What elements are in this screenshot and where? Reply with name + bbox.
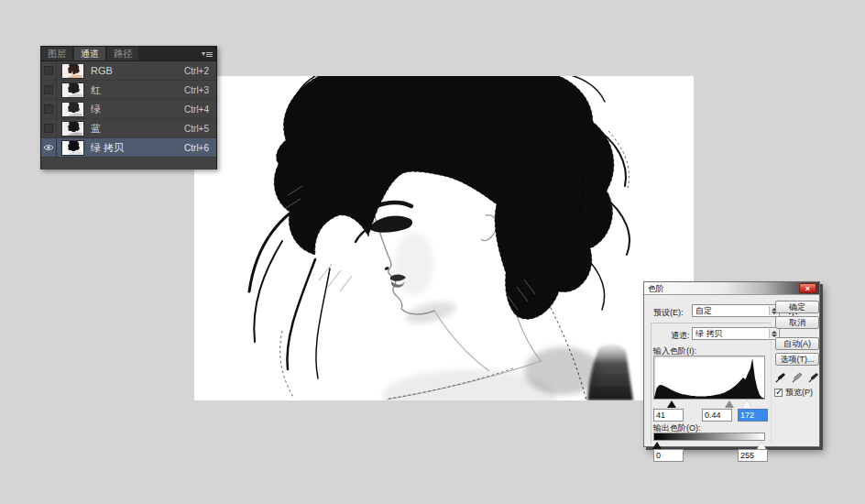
channel-row-rgb[interactable]: RGB Ctrl+2 bbox=[41, 61, 216, 81]
channel-name: 红 bbox=[91, 83, 184, 97]
channel-row-green-copy[interactable]: 绿 拷贝 Ctrl+6 bbox=[41, 138, 216, 158]
dialog-title: 色阶 bbox=[648, 284, 664, 293]
dialog-titlebar[interactable]: 色阶 × bbox=[644, 282, 819, 295]
input-gamma-field[interactable] bbox=[702, 409, 732, 422]
white-eyedropper-icon[interactable] bbox=[808, 372, 819, 383]
channel-row-blue[interactable]: 蓝 Ctrl+5 bbox=[41, 119, 216, 138]
channel-name: RGB bbox=[91, 65, 184, 76]
levels-dialog: 色阶 × 预设(E): 自定 通道: 绿 拷贝 输入色阶(I): bbox=[643, 281, 820, 447]
channel-label: 通道: bbox=[671, 330, 690, 342]
auto-button[interactable]: 自动(A) bbox=[775, 337, 819, 350]
channel-name: 绿 bbox=[91, 103, 184, 116]
tab-layers[interactable]: 图层 bbox=[41, 47, 72, 60]
panel-tab-bar: 图层 通道 路径 ▾ bbox=[41, 47, 216, 61]
histogram-svg bbox=[654, 356, 764, 399]
channel-shortcut: Ctrl+2 bbox=[184, 66, 209, 76]
document-canvas[interactable] bbox=[194, 76, 694, 400]
input-slider-white[interactable] bbox=[742, 400, 751, 408]
output-slider-track bbox=[653, 442, 765, 449]
visibility-toggle[interactable] bbox=[41, 119, 57, 137]
output-gradient bbox=[653, 433, 765, 441]
preset-label: 预设(E): bbox=[653, 307, 684, 319]
preview-checkbox[interactable] bbox=[774, 389, 783, 397]
channel-shortcut: Ctrl+3 bbox=[184, 85, 209, 95]
panel-footer bbox=[41, 158, 216, 170]
black-eyedropper-icon[interactable] bbox=[775, 372, 786, 383]
channel-thumbnail bbox=[61, 140, 84, 156]
output-white-field[interactable] bbox=[738, 449, 768, 462]
input-slider-track bbox=[653, 400, 765, 409]
channel-row-red[interactable]: 红 Ctrl+3 bbox=[41, 81, 216, 100]
preview-toggle[interactable]: 预览(P) bbox=[774, 387, 813, 399]
channel-thumbnail bbox=[61, 121, 84, 137]
channels-panel: 图层 通道 路径 ▾ RGB Ctrl+2 红 Ctrl+3 bbox=[40, 46, 217, 170]
canvas-image bbox=[194, 76, 694, 400]
preset-value: 自定 bbox=[695, 306, 712, 315]
input-slider-gray[interactable] bbox=[725, 400, 734, 408]
channel-shortcut: Ctrl+5 bbox=[184, 124, 209, 134]
output-black-field[interactable] bbox=[653, 449, 684, 462]
input-white-field[interactable] bbox=[738, 409, 768, 422]
visibility-toggle[interactable] bbox=[41, 81, 57, 99]
output-slider-white[interactable] bbox=[757, 442, 766, 449]
channel-value: 绿 拷贝 bbox=[695, 329, 723, 338]
panel-menu-icon[interactable]: ▾ bbox=[201, 49, 214, 59]
hair-shape bbox=[274, 76, 614, 319]
preview-label: 预览(P) bbox=[785, 387, 813, 399]
gray-eyedropper-icon[interactable] bbox=[792, 372, 803, 383]
input-slider-black[interactable] bbox=[667, 400, 676, 408]
tab-channels[interactable]: 通道 bbox=[74, 47, 105, 60]
channel-name: 蓝 bbox=[91, 122, 184, 136]
preset-dropdown[interactable]: 自定 bbox=[692, 304, 780, 317]
tab-paths[interactable]: 路径 bbox=[107, 47, 138, 60]
channel-shortcut: Ctrl+6 bbox=[184, 143, 209, 153]
channel-dropdown[interactable]: 绿 拷贝 bbox=[692, 327, 780, 340]
eye-icon bbox=[43, 144, 54, 151]
options-button[interactable]: 选项(T)... bbox=[775, 353, 819, 366]
channel-thumbnail bbox=[61, 63, 84, 79]
cancel-button[interactable]: 取消 bbox=[775, 316, 819, 329]
histogram bbox=[653, 356, 765, 400]
channel-thumbnail bbox=[61, 102, 84, 117]
visibility-toggle[interactable] bbox=[41, 61, 57, 80]
close-icon[interactable]: × bbox=[799, 283, 816, 293]
ok-button[interactable]: 确定 bbox=[775, 301, 819, 313]
output-slider-black[interactable] bbox=[652, 442, 662, 449]
visibility-toggle[interactable] bbox=[41, 138, 57, 157]
channel-name: 绿 拷贝 bbox=[91, 141, 184, 155]
channel-row-green[interactable]: 绿 Ctrl+4 bbox=[41, 100, 216, 119]
input-black-field[interactable] bbox=[653, 409, 684, 422]
visibility-toggle[interactable] bbox=[41, 100, 57, 118]
channel-thumbnail bbox=[61, 82, 84, 98]
channel-shortcut: Ctrl+4 bbox=[184, 104, 209, 115]
